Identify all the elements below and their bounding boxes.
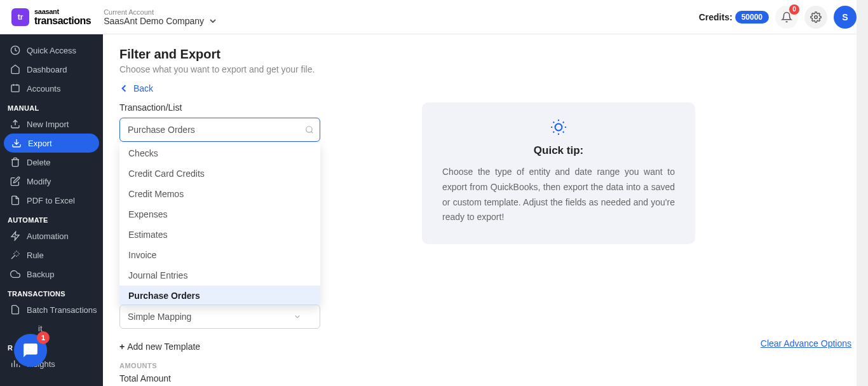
sidebar-item-label: Export (28, 139, 52, 148)
dropdown-option-checks[interactable]: Checks (119, 143, 320, 163)
cloud-icon (10, 269, 20, 279)
transaction-list-label: Transaction/List (119, 102, 320, 113)
scrollbar-track[interactable] (857, 0, 868, 386)
clear-advance-options-link[interactable]: Clear Advance Options (761, 338, 851, 348)
main-content: Filter and Export Choose what you want t… (103, 34, 868, 386)
sidebar-item-label: Accounts (27, 84, 60, 93)
quick-tip-box: Quick tip: Choose the type of entity and… (422, 102, 695, 244)
chevron-down-icon (294, 314, 301, 320)
svg-rect-2 (11, 85, 19, 92)
pdf-icon (10, 195, 20, 205)
chat-button[interactable]: 1 (14, 334, 47, 367)
sidebar-item-quick-access[interactable]: Quick Access (0, 41, 103, 60)
search-icon (305, 125, 314, 134)
gear-icon (810, 11, 822, 23)
sidebar-item-batch-transactions[interactable]: Batch Transactions (0, 300, 103, 319)
notifications-button[interactable]: 0 (775, 6, 798, 29)
upload-icon (10, 119, 20, 129)
transaction-dropdown: Checks Credit Card Credits Credit Memos … (119, 143, 320, 306)
total-amount-label: Total Amount (119, 373, 851, 383)
clock-icon (10, 45, 20, 55)
wand-icon (10, 250, 20, 260)
sidebar-item-backup[interactable]: Backup (0, 265, 103, 284)
credits-badge[interactable]: 50000 (735, 11, 769, 24)
sidebar-item-export[interactable]: Export (4, 134, 99, 153)
sidebar-item-label: Automation (27, 231, 69, 241)
chat-icon (22, 342, 39, 359)
sidebar-item-rule[interactable]: Rule (0, 245, 103, 265)
tip-title: Quick tip: (442, 144, 675, 157)
sidebar-item-new-import[interactable]: New Import (0, 114, 103, 134)
chevron-left-icon (119, 84, 128, 93)
doc-icon (10, 305, 20, 315)
amounts-heading: AMOUNTS (119, 362, 851, 369)
sidebar-item-label: PDF to Excel (27, 196, 75, 205)
app-header: tr saasant transactions Current Account … (0, 0, 868, 34)
sidebar-item-label: Batch Transactions (27, 305, 97, 315)
account-name: SaasAnt Demo Company (104, 16, 204, 26)
sidebar-item-label: Dashboard (27, 65, 67, 74)
brand-name-top: saasant (34, 8, 91, 15)
sidebar: Quick Access Dashboard Accounts MANUAL N… (0, 34, 103, 386)
credits-label: Credits: (699, 12, 733, 22)
svg-point-4 (555, 124, 562, 131)
sidebar-item-dashboard[interactable]: Dashboard (0, 60, 103, 79)
sidebar-section-manual: MANUAL (0, 98, 103, 114)
brand-name-bottom: transactions (34, 15, 91, 27)
sidebar-item-modify[interactable]: Modify (0, 172, 103, 191)
svg-point-3 (306, 127, 312, 132)
page-title: Filter and Export (119, 47, 851, 62)
sidebar-item-label: New Import (27, 120, 69, 129)
sidebar-item-delete[interactable]: Delete (0, 153, 103, 172)
plus-icon: + (119, 341, 125, 352)
sidebar-item-partial[interactable]: it (0, 319, 103, 338)
brand-text: saasant transactions (34, 8, 91, 27)
lightbulb-icon (442, 119, 675, 135)
svg-point-0 (815, 15, 818, 18)
add-template-link[interactable]: + Add new Template (119, 341, 200, 352)
transaction-list-input[interactable] (119, 118, 320, 142)
dropdown-option-expenses[interactable]: Expenses (119, 204, 320, 224)
sidebar-section-automate: AUTOMATE (0, 210, 103, 226)
back-label: Back (133, 83, 153, 93)
notification-count-badge: 0 (789, 4, 799, 15)
dropdown-option-credit-card-credits[interactable]: Credit Card Credits (119, 163, 320, 184)
add-template-label: Add new Template (127, 341, 200, 352)
account-label: Current Account (104, 8, 217, 16)
download-icon (11, 138, 22, 148)
bolt-icon (10, 231, 20, 241)
page-subtitle: Choose what you want to export and get y… (119, 64, 851, 74)
sidebar-item-label: Quick Access (27, 46, 76, 55)
sidebar-item-label: Backup (27, 270, 54, 279)
settings-button[interactable] (804, 6, 827, 29)
template-value: Simple Mapping (128, 312, 191, 322)
dropdown-option-estimates[interactable]: Estimates (119, 224, 320, 245)
accounts-icon (10, 83, 20, 93)
dropdown-option-invoice[interactable]: Invoice (119, 245, 320, 265)
home-icon (10, 64, 20, 74)
user-avatar[interactable]: S (834, 6, 857, 29)
sidebar-item-label: Modify (27, 177, 51, 186)
account-selector[interactable]: Current Account SaasAnt Demo Company (104, 8, 217, 26)
sidebar-item-label: Delete (27, 158, 51, 167)
sidebar-item-automation[interactable]: Automation (0, 226, 103, 245)
trash-icon (10, 157, 20, 167)
edit-icon (10, 176, 20, 186)
dropdown-option-journal-entries[interactable]: Journal Entries (119, 265, 320, 286)
sidebar-item-pdf-to-excel[interactable]: PDF to Excel (0, 191, 103, 210)
tip-text: Choose the type of entity and date range… (442, 165, 675, 225)
chevron-down-icon (209, 17, 217, 25)
brand-logo: tr (11, 8, 29, 26)
dropdown-option-purchase-orders[interactable]: Purchase Orders (119, 286, 320, 306)
sidebar-item-label: Rule (27, 251, 44, 260)
template-select[interactable]: Simple Mapping (119, 305, 320, 329)
sidebar-section-transactions: TRANSACTIONS (0, 284, 103, 300)
sidebar-item-accounts[interactable]: Accounts (0, 79, 103, 98)
chat-badge: 1 (37, 331, 50, 344)
dropdown-option-credit-memos[interactable]: Credit Memos (119, 184, 320, 204)
back-link[interactable]: Back (119, 83, 851, 93)
